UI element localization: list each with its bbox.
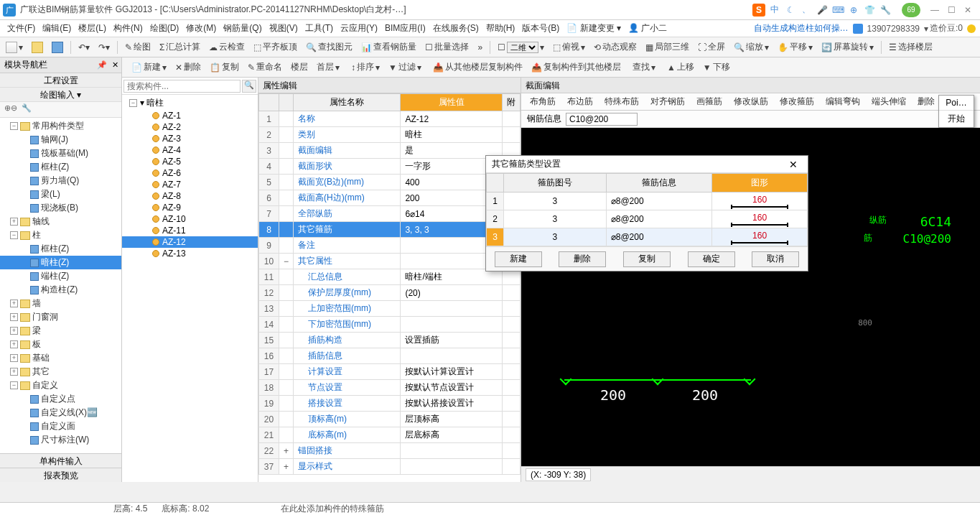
tree-node[interactable]: +基础 — [0, 351, 121, 365]
tree-node[interactable]: 暗柱(Z) — [0, 256, 121, 269]
property-table[interactable]: 属性名称 属性值 附 1名称AZ-122类别暗柱3截面编辑是4截面形状一字形5截… — [258, 93, 521, 482]
comp-item[interactable]: AZ-5 — [122, 156, 258, 167]
tree-node[interactable]: +其它 — [0, 365, 121, 379]
rebar-info-input[interactable] — [566, 113, 638, 126]
nav-tool1-icon[interactable]: ⊕⊖ — [4, 103, 17, 116]
search-button[interactable]: 🔍 — [242, 80, 256, 93]
tree-node[interactable]: +梁 — [0, 324, 121, 338]
prop-row[interactable]: 5截面宽(B边)(mm)400 — [259, 175, 521, 190]
dialog-close-button[interactable]: ✕ — [785, 159, 802, 170]
prop-row[interactable]: 16插筋信息 — [259, 348, 521, 364]
menu-help[interactable]: 帮助(H) — [483, 21, 518, 36]
tree-node[interactable]: −常用构件类型 — [0, 119, 121, 133]
tb-view-rebar[interactable]: 📊 查看钢筋量 — [358, 40, 419, 55]
prop-row[interactable]: 3截面编辑是 — [259, 143, 521, 159]
tb-select-floor[interactable]: ☰ 选择楼层 — [886, 40, 935, 55]
tree-node[interactable]: +轴线 — [0, 215, 121, 228]
tree-node[interactable]: −柱 — [0, 228, 121, 242]
component-search-input[interactable] — [123, 80, 241, 93]
tb-new[interactable]: ▾ — [3, 40, 26, 55]
tree-node[interactable]: 现浇板(B) — [0, 201, 121, 215]
tree-node[interactable]: −自定义 — [0, 379, 121, 392]
ime-tool-icon[interactable]: 🔧 — [879, 4, 892, 17]
tab-mod-stir[interactable]: 修改箍筋 — [777, 94, 817, 109]
menu-tool[interactable]: 工具(T) — [302, 21, 336, 36]
prop-row[interactable]: 13上加密范围(mm) — [259, 301, 521, 317]
menu-file[interactable]: 文件(F) — [4, 21, 38, 36]
comp-item[interactable]: AZ-12 — [122, 236, 258, 248]
tb-dynamic[interactable]: ⟲ 动态观察 — [591, 40, 640, 55]
tb-align-top[interactable]: ⬚ 平齐板顶 — [251, 40, 300, 55]
menu-edit[interactable]: 编辑(E) — [39, 21, 74, 36]
menu-cloud[interactable]: 云应用(Y) — [337, 21, 381, 36]
prop-row[interactable]: 12保护层厚度(mm)(20) — [259, 285, 521, 301]
ime-lang[interactable]: 中 — [768, 4, 781, 17]
prop-row[interactable]: 22+锚固搭接 — [259, 443, 521, 459]
tb-save[interactable] — [49, 40, 66, 55]
tree-node[interactable]: 端柱(Z) — [0, 269, 121, 283]
comp-item[interactable]: AZ-11 — [122, 225, 258, 236]
tb-local-3d[interactable]: ▦ 局部三维 — [643, 40, 692, 55]
stirrup-row[interactable]: 13⌀8@200160 — [487, 192, 808, 210]
tb-rotate[interactable]: 🔄 屏幕旋转▾ — [818, 40, 877, 55]
menu-rebar[interactable]: 钢筋量(Q) — [220, 21, 264, 36]
menu-bim[interactable]: BIM应用(I) — [382, 21, 429, 36]
tree-node[interactable]: 框柱(Z) — [0, 160, 121, 174]
tree-node[interactable]: 自定义点 — [0, 392, 121, 406]
tree-node[interactable]: 剪力墙(Q) — [0, 174, 121, 187]
tb-open[interactable] — [29, 40, 46, 55]
menu-version[interactable]: 版本号(B) — [519, 21, 562, 36]
tab-corner[interactable]: 布角筋 — [527, 94, 559, 109]
dialog-cancel-button[interactable]: 取消 — [752, 251, 799, 267]
help-link[interactable]: 自动生成构造柱如何操… — [751, 21, 851, 36]
nav-sub-drawing[interactable]: 绘图输入 ▾ — [0, 88, 121, 102]
nav-sub-project[interactable]: 工程设置 — [0, 73, 121, 88]
ime-add-icon[interactable]: ⊕ — [847, 4, 860, 17]
prop-row[interactable]: 8其它箍筋3, 3, 3 — [259, 222, 521, 238]
notification-badge[interactable]: 69 — [902, 3, 920, 17]
nav-tool2-icon[interactable]: 🔧 — [22, 103, 32, 116]
user-link[interactable]: 👤 广小二 — [625, 21, 670, 36]
tb-redo[interactable]: ↷▾ — [95, 41, 113, 54]
tb-find-element[interactable]: 🔍 查找图元 — [303, 40, 355, 55]
ime-skin-icon[interactable]: 👕 — [863, 4, 876, 17]
stirrup-row[interactable]: 23⌀8@200160 — [487, 210, 808, 228]
menu-view[interactable]: 视图(V) — [266, 21, 301, 36]
prop-row[interactable]: 18节点设置按默认节点设置计 — [259, 380, 521, 396]
comp-item[interactable]: AZ-3 — [122, 133, 258, 144]
maximize-button[interactable]: ☐ — [948, 5, 956, 15]
tree-node[interactable]: 自定义面 — [0, 419, 121, 433]
comp-item[interactable]: AZ-2 — [122, 121, 258, 133]
panel-close-icon[interactable]: ✕ — [112, 60, 118, 70]
tab-mod-long[interactable]: 修改纵筋 — [731, 94, 771, 109]
tree-node[interactable]: 自定义线(X)🆕 — [0, 406, 121, 419]
sogou-icon[interactable]: S — [752, 4, 765, 17]
comp-item[interactable]: AZ-4 — [122, 144, 258, 156]
stirrup-table[interactable]: 箍筋图号 箍筋信息 图形 13⌀8@20016023⌀8@20016033⌀8@… — [486, 173, 808, 246]
comp-root[interactable]: − ▾ 暗柱 — [122, 96, 258, 110]
menu-modify[interactable]: 修改(M) — [183, 21, 219, 36]
tree-node[interactable]: 轴网(J) — [0, 133, 121, 147]
prop-row[interactable]: 7全部纵筋6⌀14 — [259, 206, 521, 222]
tab-edge[interactable]: 布边筋 — [564, 94, 596, 109]
tree-node[interactable]: 梁(L) — [0, 187, 121, 201]
stirrup-row[interactable]: 33⌀8@200160 — [487, 228, 808, 246]
ime-mic-icon[interactable]: 🎤 — [816, 4, 829, 17]
view-mode-select[interactable]: 二维 — [507, 42, 538, 53]
dialog-new-button[interactable]: 新建 — [495, 251, 542, 267]
start-button[interactable]: 开始 — [939, 111, 974, 127]
comp-item[interactable]: AZ-8 — [122, 190, 258, 202]
tree-node[interactable]: 构造柱(Z) — [0, 283, 121, 297]
comp-item[interactable]: AZ-13 — [122, 248, 258, 259]
menu-draw[interactable]: 绘图(D) — [147, 21, 182, 36]
prop-row[interactable]: 6截面高(H边)(mm)200 — [259, 190, 521, 206]
floating-start-box[interactable]: Poi… 开始 — [938, 95, 974, 128]
prop-row[interactable]: 4截面形状一字形 — [259, 159, 521, 175]
prop-row[interactable]: 2类别暗柱 — [259, 127, 521, 143]
pin-icon[interactable]: 📌 — [97, 60, 107, 70]
ime-keyboard-icon[interactable]: ⌨ — [831, 4, 844, 17]
minimize-button[interactable]: — — [930, 5, 939, 15]
prop-row[interactable]: 15插筋构造设置插筋 — [259, 333, 521, 348]
menu-floor[interactable]: 楼层(L) — [75, 21, 109, 36]
tb-undo[interactable]: ↶▾ — [75, 41, 93, 54]
